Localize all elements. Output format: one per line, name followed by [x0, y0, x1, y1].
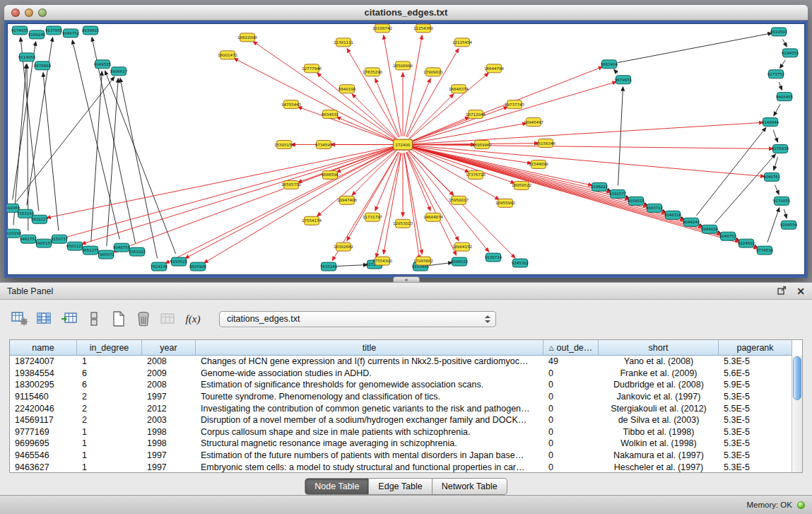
graph-node[interactable]: 8825906 — [189, 262, 207, 271]
graph-node[interactable]: 16959967 — [472, 141, 492, 149]
graph-node[interactable]: 14755443 — [281, 100, 301, 109]
graph-node[interactable]: 9139734 — [485, 253, 502, 262]
graph-edge[interactable] — [715, 154, 775, 223]
graph-node[interactable]: 10188742 — [372, 24, 392, 33]
graph-node[interactable]: 18712044 — [466, 110, 486, 119]
column-header-year[interactable]: year — [142, 340, 196, 356]
graph-node[interactable]: 9083712 — [646, 204, 663, 212]
graph-edge[interactable] — [91, 71, 102, 242]
column-header-title[interactable]: title — [196, 340, 543, 356]
map-table-icon[interactable] — [158, 308, 178, 329]
column-header-out_de[interactable]: △out_de… — [543, 340, 599, 356]
graph-node[interactable]: 15305158 — [274, 141, 294, 149]
graph-node[interactable]: 10947406 — [337, 196, 357, 204]
column-header-short[interactable]: short — [599, 340, 719, 356]
citation-edge[interactable] — [411, 123, 526, 143]
citation-edge[interactable] — [411, 107, 507, 141]
window-minimize-button[interactable] — [25, 8, 33, 17]
graph-node[interactable]: 9046316 — [664, 211, 682, 219]
graph-node[interactable]: 9049525 — [94, 60, 112, 69]
graph-node[interactable]: 9169246 — [28, 30, 46, 39]
citation-edge[interactable] — [336, 148, 395, 172]
citation-edge[interactable] — [336, 117, 395, 141]
graph-node[interactable]: 8906617 — [110, 67, 128, 76]
table-row[interactable]: 946554611997Estimation of the future num… — [10, 450, 802, 462]
graph-node[interactable]: 9174055 — [11, 26, 29, 35]
table-row[interactable]: 977716911998Corpus callosum shape and si… — [10, 426, 802, 438]
graph-edge[interactable] — [618, 33, 772, 63]
graph-node[interactable]: 9774536 — [756, 246, 774, 255]
citation-edge[interactable] — [375, 153, 400, 211]
graph-node[interactable]: 9405455 — [776, 93, 794, 101]
new-table-icon[interactable] — [109, 308, 129, 329]
citation-edge[interactable] — [406, 78, 431, 136]
graph-node[interactable]: 9059515 — [628, 197, 645, 205]
graph-node[interactable]: 9245302 — [512, 259, 529, 267]
show-columns-icon[interactable] — [35, 308, 54, 329]
citation-edge[interactable] — [185, 148, 396, 258]
table-options-icon[interactable] — [10, 308, 30, 329]
table-row[interactable]: 2242004622012Investigating the contribut… — [10, 402, 802, 414]
graph-node[interactable]: 11544090 — [529, 160, 548, 168]
table-row[interactable]: 1872400712008Changes of HCN gene express… — [10, 356, 802, 368]
graph-edge[interactable] — [783, 40, 787, 47]
tab-edge-table[interactable]: Edge Table — [369, 478, 432, 495]
citation-edge[interactable] — [253, 42, 396, 140]
graph-node[interactable]: 9462752 — [20, 235, 37, 243]
citation-edge[interactable] — [352, 151, 396, 195]
graph-node[interactable]: 8832227 — [31, 215, 49, 223]
graph-edge[interactable] — [774, 157, 778, 170]
column-header-in_degree[interactable]: in_degree — [77, 340, 142, 356]
citation-edge[interactable] — [411, 145, 773, 149]
graph-node[interactable]: 9734595 — [315, 141, 333, 149]
graph-node[interactable]: 12953013 — [393, 219, 413, 228]
graph-edge[interactable] — [767, 208, 779, 243]
graph-node[interactable]: 9150737 — [51, 235, 69, 243]
graph-edge[interactable] — [337, 265, 367, 267]
graph-node[interactable]: 9810503 — [770, 28, 788, 36]
graph-node[interactable]: 12125454 — [452, 38, 472, 47]
table-scrollbar-thumb[interactable] — [793, 356, 801, 400]
panel-divider-handle[interactable] — [393, 276, 420, 282]
table-row[interactable]: 1938455462009Genome-wide association stu… — [10, 368, 802, 380]
citation-edge[interactable] — [317, 73, 396, 139]
citation-edge[interactable] — [298, 107, 394, 141]
graph-node[interactable]: 9137865 — [45, 26, 63, 35]
citation-edge[interactable] — [165, 148, 395, 264]
citation-edge[interactable] — [411, 117, 469, 141]
graph-node[interactable]: 15156346 — [536, 139, 555, 148]
graph-node[interactable]: 12777946 — [302, 64, 322, 73]
graph-edge[interactable] — [775, 185, 779, 194]
citation-edge[interactable] — [409, 73, 488, 139]
graph-node[interactable]: 9044243 — [683, 218, 700, 226]
graph-node[interactable]: 16959522 — [512, 181, 531, 189]
graph-edge[interactable] — [780, 60, 786, 69]
graph-node[interactable]: 9196022 — [591, 182, 608, 191]
graph-node[interactable]: 17635298 — [363, 68, 382, 76]
graph-node[interactable]: 17909821 — [423, 68, 443, 76]
graph-edge[interactable] — [773, 130, 777, 142]
graph-node[interactable]: 9048761 — [763, 173, 780, 181]
graph-edge[interactable] — [120, 78, 158, 259]
graph-node[interactable]: 9273752 — [767, 70, 784, 78]
graph-node[interactable]: 16648374 — [449, 85, 469, 93]
graph-edge[interactable] — [618, 87, 623, 186]
table-row[interactable]: 1830029562008Estimation of significance … — [10, 379, 802, 391]
graph-node[interactable]: 14684874 — [423, 213, 443, 221]
citation-edge[interactable] — [411, 147, 685, 221]
graph-node[interactable]: 18955992 — [495, 199, 515, 207]
graph-node[interactable]: 9204554 — [780, 221, 798, 229]
window-zoom-button[interactable] — [38, 8, 47, 17]
tab-node-table[interactable]: Node Table — [305, 478, 369, 495]
table-row[interactable]: 946362711997Embryonic stem cells: a mode… — [10, 461, 802, 473]
graph-node[interactable]: 9392577 — [609, 189, 627, 198]
citation-edge[interactable] — [406, 152, 456, 255]
graph-edge[interactable] — [774, 104, 780, 116]
graph-node[interactable]: 9361022 — [129, 247, 146, 256]
graph-edge[interactable] — [614, 69, 618, 74]
graph-node[interactable]: 9048753 — [719, 232, 737, 240]
network-graph[interactable]: 9174055916924691378659048752893960291140… — [7, 23, 805, 275]
graph-node[interactable]: 17085682 — [413, 257, 433, 265]
graph-node[interactable]: 18622098 — [237, 33, 257, 42]
graph-node[interactable]: 17376728 — [466, 170, 486, 179]
